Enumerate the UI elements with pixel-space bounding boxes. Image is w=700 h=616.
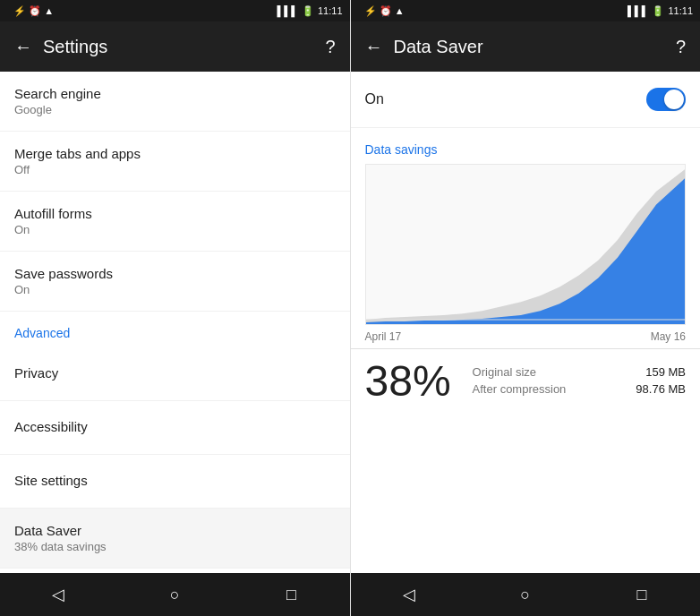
status-icons-left: ⚡ ⏰ ▲ bbox=[13, 5, 54, 17]
chart-labels: April 17 May 16 bbox=[351, 325, 701, 348]
data-savings-section-title: Data savings bbox=[351, 128, 701, 164]
signal-icon-right: ▌▌▌ bbox=[627, 5, 648, 16]
help-icon-right[interactable]: ? bbox=[676, 37, 686, 57]
back-nav-right[interactable]: ◁ bbox=[391, 577, 427, 612]
home-nav-right[interactable]: ○ bbox=[508, 577, 543, 612]
merge-tabs-title: Merge tabs and apps bbox=[14, 146, 336, 161]
settings-item-data-saver[interactable]: Data Saver 38% data savings bbox=[0, 509, 350, 569]
chart-date-end: May 16 bbox=[651, 330, 686, 343]
back-button-right[interactable]: ← bbox=[365, 37, 383, 57]
settings-item-search-engine[interactable]: Search engine Google bbox=[0, 72, 350, 132]
original-size-value: 159 MB bbox=[606, 365, 686, 379]
settings-item-merge-tabs[interactable]: Merge tabs and apps Off bbox=[0, 132, 350, 192]
search-engine-sub: Google bbox=[14, 103, 336, 116]
data-savings-chart bbox=[365, 164, 687, 325]
compressed-label: After compression bbox=[473, 382, 596, 396]
compressed-value: 98.76 MB bbox=[606, 382, 686, 396]
data-saver-panel: ⚡ ⏰ ▲ ▌▌▌ 🔋 11:11 ← Data Saver ? On Data… bbox=[351, 0, 701, 616]
passwords-sub: On bbox=[14, 283, 336, 296]
settings-list: Search engine Google Merge tabs and apps… bbox=[0, 72, 350, 573]
toggle-thumb bbox=[664, 90, 684, 109]
settings-toolbar: ← Settings ? bbox=[0, 21, 350, 72]
data-saver-sub: 38% data savings bbox=[14, 540, 336, 553]
stats-details: Original size 159 MB After compression 9… bbox=[473, 360, 686, 396]
advanced-section-header: Advanced bbox=[0, 312, 350, 347]
site-settings-title: Site settings bbox=[14, 473, 336, 488]
settings-item-privacy[interactable]: Privacy bbox=[0, 347, 350, 401]
back-nav-left[interactable]: ◁ bbox=[40, 577, 76, 612]
data-saver-content: On Data savings April 17 May 16 bbox=[351, 72, 701, 573]
battery-icon-right: 🔋 bbox=[652, 5, 664, 17]
merge-tabs-sub: Off bbox=[14, 163, 336, 176]
autofill-title: Autofill forms bbox=[14, 206, 336, 221]
bluetooth-icon bbox=[7, 5, 10, 16]
status-bar-left: ⚡ ⏰ ▲ ▌▌▌ 🔋 11:11 bbox=[0, 0, 350, 21]
data-saver-toolbar: ← Data Saver ? bbox=[351, 21, 701, 72]
settings-item-passwords[interactable]: Save passwords On bbox=[0, 252, 350, 312]
nav-bar-left: ◁ ○ □ bbox=[0, 573, 350, 616]
status-left-icons: ⚡ ⏰ ▲ bbox=[7, 5, 54, 17]
data-saver-title: Data Saver bbox=[14, 523, 336, 538]
status-bar-right: ⚡ ⏰ ▲ ▌▌▌ 🔋 11:11 bbox=[351, 0, 701, 21]
settings-panel: ⚡ ⏰ ▲ ▌▌▌ 🔋 11:11 ← Settings ? Search en… bbox=[0, 0, 351, 616]
home-nav-left[interactable]: ○ bbox=[157, 577, 192, 612]
battery-icon: 🔋 bbox=[302, 5, 314, 17]
stats-row: 38% Original size 159 MB After compressi… bbox=[351, 349, 701, 414]
status-right-info: ▌▌▌ 🔋 11:11 bbox=[277, 5, 343, 17]
autofill-sub: On bbox=[14, 223, 336, 236]
status-right-left-icons: ⚡ ⏰ ▲ bbox=[358, 5, 405, 17]
chart-date-start: April 17 bbox=[365, 330, 402, 343]
data-saver-toggle[interactable] bbox=[646, 88, 686, 111]
back-button-left[interactable]: ← bbox=[14, 37, 32, 57]
original-size-label: Original size bbox=[473, 365, 596, 379]
settings-item-site-settings[interactable]: Site settings bbox=[0, 455, 350, 509]
search-engine-title: Search engine bbox=[14, 86, 336, 101]
accessibility-title: Accessibility bbox=[14, 419, 336, 434]
nav-bar-right: ◁ ○ □ bbox=[351, 573, 701, 616]
data-saver-title-toolbar: Data Saver bbox=[394, 37, 665, 57]
recents-nav-left[interactable]: □ bbox=[273, 577, 309, 612]
privacy-title: Privacy bbox=[14, 365, 336, 381]
bluetooth-icon-right bbox=[358, 5, 361, 16]
chart-svg bbox=[366, 165, 686, 324]
status-right-right-info: ▌▌▌ 🔋 11:11 bbox=[627, 5, 693, 17]
passwords-title: Save passwords bbox=[14, 266, 336, 281]
help-icon-left[interactable]: ? bbox=[325, 37, 335, 57]
settings-item-accessibility[interactable]: Accessibility bbox=[0, 401, 350, 455]
status-time-left: 11:11 bbox=[318, 5, 343, 16]
status-time-right: 11:11 bbox=[668, 5, 693, 16]
toggle-label: On bbox=[365, 91, 384, 107]
settings-item-autofill[interactable]: Autofill forms On bbox=[0, 192, 350, 252]
savings-percent: 38% bbox=[365, 360, 451, 403]
data-saver-toggle-row: On bbox=[351, 72, 701, 128]
settings-title: Settings bbox=[43, 37, 314, 57]
recents-nav-right[interactable]: □ bbox=[624, 577, 660, 612]
signal-icon: ▌▌▌ bbox=[277, 5, 298, 16]
status-icons-right: ⚡ ⏰ ▲ bbox=[364, 5, 405, 17]
